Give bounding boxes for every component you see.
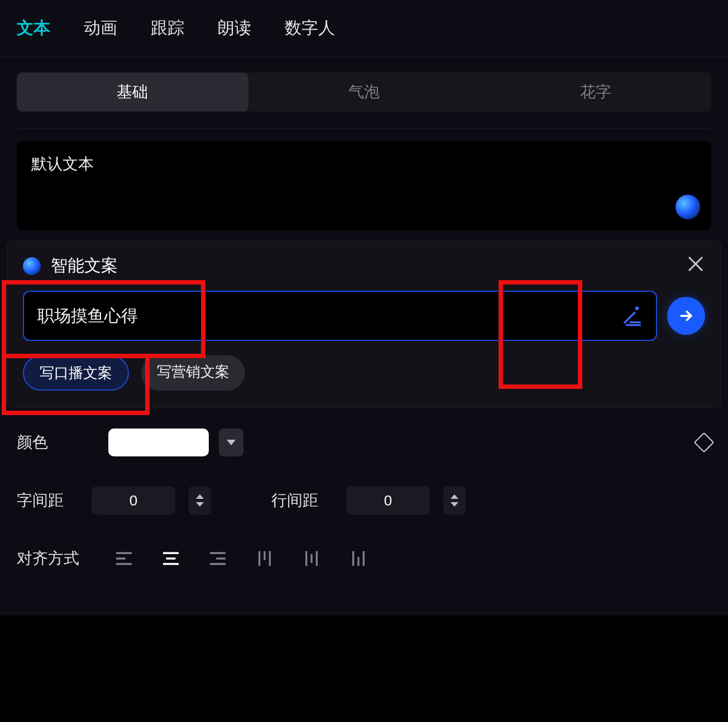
ai-input-wrapper [23, 291, 657, 341]
ai-orb-icon [23, 257, 41, 275]
text-input-box[interactable]: 默认文本 [17, 141, 711, 230]
color-label: 颜色 [17, 432, 95, 453]
text-style-controls: 颜色 字间距 0 行间距 0 对齐方式 [0, 408, 728, 615]
chip-broadcast-copy[interactable]: 写口播文案 [23, 355, 129, 391]
ai-copy-panel: 智能文案 写口播文案 写营销文案 [7, 240, 721, 408]
ai-panel-header: 智能文案 [23, 254, 705, 277]
divider [17, 128, 711, 129]
letter-spacing-label: 字间距 [17, 490, 78, 511]
chevron-up-icon [451, 494, 458, 499]
chip-marketing-copy[interactable]: 写营销文案 [141, 355, 245, 391]
tab-digitalhuman[interactable]: 数字人 [285, 17, 335, 40]
ai-input-row [23, 291, 705, 341]
align-label: 对齐方式 [17, 548, 95, 569]
align-top-button[interactable] [249, 546, 280, 571]
align-row: 对齐方式 [17, 541, 711, 576]
align-center-v-button[interactable] [296, 546, 327, 571]
spacing-row: 字间距 0 行间距 0 [17, 483, 711, 518]
text-value: 默认文本 [31, 155, 94, 172]
submit-button[interactable] [667, 297, 705, 335]
ai-chip-row: 写口播文案 写营销文案 [23, 355, 705, 391]
color-swatch[interactable] [108, 429, 209, 456]
ai-prompt-input[interactable] [37, 306, 614, 325]
subtab-fancy[interactable]: 花字 [480, 73, 711, 112]
align-center-h-button[interactable] [155, 546, 186, 571]
text-panel: 文本 动画 跟踪 朗读 数字人 基础 气泡 花字 默认文本 智能文案 [0, 0, 728, 615]
sub-tabs: 基础 气泡 花字 [17, 73, 711, 112]
close-icon[interactable] [686, 254, 705, 273]
letter-spacing-input[interactable]: 0 [92, 486, 175, 515]
ai-panel-title: 智能文案 [51, 254, 118, 277]
line-spacing-input[interactable]: 0 [346, 486, 430, 515]
align-right-button[interactable] [202, 546, 233, 571]
chevron-down-icon [196, 502, 204, 507]
keyframe-icon[interactable] [694, 432, 715, 453]
ai-orb-icon[interactable] [676, 195, 700, 219]
color-row: 颜色 [17, 425, 711, 460]
letter-spacing-stepper[interactable] [189, 486, 211, 515]
chevron-down-icon [227, 440, 236, 445]
magic-wand-icon[interactable] [620, 305, 643, 327]
chevron-up-icon [196, 494, 204, 499]
line-spacing-label: 行间距 [271, 490, 333, 511]
color-dropdown[interactable] [219, 429, 243, 456]
tab-readaloud[interactable]: 朗读 [218, 17, 251, 40]
chevron-down-icon [451, 502, 458, 507]
top-tabs: 文本 动画 跟踪 朗读 数字人 [0, 0, 728, 57]
subtab-bubble[interactable]: 气泡 [248, 73, 480, 112]
align-bottom-button[interactable] [343, 546, 374, 571]
align-left-button[interactable] [108, 546, 140, 571]
align-buttons [108, 546, 374, 571]
tab-animation[interactable]: 动画 [84, 17, 117, 40]
tab-tracking[interactable]: 跟踪 [151, 17, 184, 40]
subtab-basic[interactable]: 基础 [17, 73, 248, 112]
line-spacing-stepper[interactable] [443, 486, 466, 515]
tab-text[interactable]: 文本 [17, 17, 50, 40]
